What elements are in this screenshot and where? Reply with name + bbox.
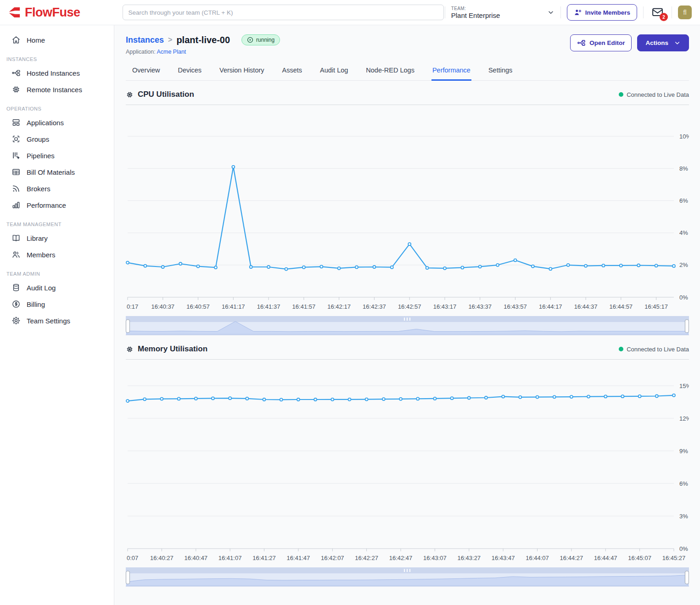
svg-text:16:45:07: 16:45:07 <box>628 555 651 561</box>
play-circle-icon <box>247 37 253 43</box>
svg-text:8%: 8% <box>679 165 688 172</box>
breadcrumb: Instances > plant-live-00 running <box>126 34 280 45</box>
svg-text:0:07: 0:07 <box>127 555 138 561</box>
notification-count-badge: 2 <box>660 13 668 21</box>
svg-text:10%: 10% <box>679 133 689 140</box>
memory-chart-range-scrubber[interactable] <box>126 567 689 587</box>
svg-text:16:42:57: 16:42:57 <box>398 303 421 310</box>
tab-settings[interactable]: Settings <box>487 62 513 81</box>
section-title: Memory Utilisation <box>138 344 207 354</box>
svg-text:16:45:27: 16:45:27 <box>662 555 686 561</box>
sidebar-item-pipelines[interactable]: Pipelines <box>0 147 114 164</box>
svg-text:16:42:07: 16:42:07 <box>321 555 344 561</box>
actions-label: Actions <box>645 39 668 46</box>
breadcrumb-separator: > <box>168 36 172 44</box>
remote-instances-icon <box>11 85 21 94</box>
logo-text: FlowFuse <box>25 6 80 20</box>
sidebar-item-label: Applications <box>27 119 64 127</box>
sidebar: Home INSTANCES Hosted Instances Remote I… <box>0 25 114 605</box>
sidebar-item-members[interactable]: Members <box>0 246 114 263</box>
svg-text:16:44:07: 16:44:07 <box>526 555 549 561</box>
sidebar-section-instances: INSTANCES <box>0 48 114 65</box>
sidebar-item-team-settings[interactable]: Team Settings <box>0 312 114 329</box>
audit-log-icon <box>11 283 21 292</box>
top-navigation-bar: FlowFuse TEAM: Plant Enterprise Invite M… <box>0 0 700 25</box>
avatar[interactable]: fl <box>678 6 692 19</box>
live-data-status: Connected to Live Data <box>619 346 689 353</box>
svg-text:16:43:37: 16:43:37 <box>468 303 492 310</box>
tab-version-history[interactable]: Version History <box>218 62 265 81</box>
cpu-chart-range-scrubber[interactable] <box>126 316 689 335</box>
svg-text:16:44:17: 16:44:17 <box>539 303 562 310</box>
flowfuse-logo-icon <box>7 6 21 19</box>
sidebar-item-library[interactable]: Library <box>0 230 114 246</box>
sidebar-item-label: Home <box>27 36 45 44</box>
tab-node-red-logs[interactable]: Node-RED Logs <box>365 62 415 81</box>
members-icon <box>11 250 21 259</box>
notifications-button[interactable]: 2 <box>651 7 664 18</box>
sidebar-item-billing[interactable]: Billing <box>0 296 114 312</box>
sidebar-item-label: Library <box>27 234 48 242</box>
brokers-icon <box>11 184 21 193</box>
tab-assets[interactable]: Assets <box>281 62 303 81</box>
divider <box>560 6 561 18</box>
open-editor-label: Open Editor <box>589 39 625 46</box>
divider <box>643 6 644 18</box>
application-link[interactable]: Acme Plant <box>157 49 186 55</box>
invite-members-label: Invite Members <box>585 9 630 16</box>
actions-button[interactable]: Actions <box>637 34 689 51</box>
sidebar-item-hosted-instances[interactable]: Hosted Instances <box>0 65 114 81</box>
svg-text:16:44:57: 16:44:57 <box>609 303 633 310</box>
groups-icon <box>11 134 21 144</box>
node-editor-icon <box>577 39 586 47</box>
live-status-label: Connected to Live Data <box>627 346 689 353</box>
svg-text:16:43:27: 16:43:27 <box>457 555 481 561</box>
search-input[interactable] <box>123 5 444 20</box>
billing-icon <box>11 300 21 309</box>
tab-audit-log[interactable]: Audit Log <box>319 62 349 81</box>
instance-tabs: Overview Devices Version History Assets … <box>126 62 689 81</box>
pipelines-icon <box>11 151 21 160</box>
svg-text:16:41:27: 16:41:27 <box>252 555 276 561</box>
tab-performance[interactable]: Performance <box>431 62 471 81</box>
sidebar-item-label: Billing <box>27 300 45 308</box>
svg-text:16:41:57: 16:41:57 <box>292 303 316 310</box>
svg-text:3%: 3% <box>679 513 688 520</box>
hosted-instances-icon <box>11 68 21 78</box>
tab-devices[interactable]: Devices <box>177 62 202 81</box>
sidebar-item-remote-instances[interactable]: Remote Instances <box>0 81 114 98</box>
live-data-status: Connected to Live Data <box>619 91 689 98</box>
sidebar-item-home[interactable]: Home <box>0 32 114 48</box>
flowfuse-logo[interactable]: FlowFuse <box>7 6 80 20</box>
divider <box>672 6 672 18</box>
sidebar-item-performance[interactable]: Performance <box>0 197 114 213</box>
svg-text:16:41:47: 16:41:47 <box>287 555 310 561</box>
svg-text:2%: 2% <box>679 261 688 268</box>
sidebar-item-groups[interactable]: Groups <box>0 131 114 147</box>
svg-text:16:42:27: 16:42:27 <box>355 555 378 561</box>
svg-text:9%: 9% <box>679 448 688 455</box>
svg-text:16:43:17: 16:43:17 <box>433 303 457 310</box>
open-editor-button[interactable]: Open Editor <box>570 34 632 51</box>
breadcrumb-instances-link[interactable]: Instances <box>126 35 164 45</box>
svg-text:16:43:57: 16:43:57 <box>504 303 527 310</box>
gear-icon <box>11 316 21 325</box>
svg-text:4%: 4% <box>679 229 688 236</box>
memory-utilisation-section: Memory Utilisation Connected to Live Dat… <box>126 344 689 587</box>
team-selector[interactable]: TEAM: Plant Enterprise <box>451 6 554 19</box>
svg-text:16:44:27: 16:44:27 <box>560 555 583 561</box>
chevron-down-icon <box>674 39 681 46</box>
sidebar-item-audit-log[interactable]: Audit Log <box>0 279 114 296</box>
svg-text:16:40:37: 16:40:37 <box>151 303 174 310</box>
tab-overview[interactable]: Overview <box>131 62 161 81</box>
sidebar-item-label: Hosted Instances <box>27 69 80 77</box>
page-title: plant-live-00 <box>176 35 230 45</box>
invite-members-button[interactable]: Invite Members <box>567 4 637 21</box>
svg-text:16:40:27: 16:40:27 <box>150 555 174 561</box>
sidebar-item-applications[interactable]: Applications <box>0 114 114 131</box>
sidebar-item-bill-of-materials[interactable]: Bill Of Materials <box>0 164 114 180</box>
team-label: TEAM: <box>451 6 500 11</box>
sidebar-item-brokers[interactable]: Brokers <box>0 180 114 197</box>
svg-text:16:42:47: 16:42:47 <box>389 555 413 561</box>
memory-chip-icon <box>126 345 134 353</box>
